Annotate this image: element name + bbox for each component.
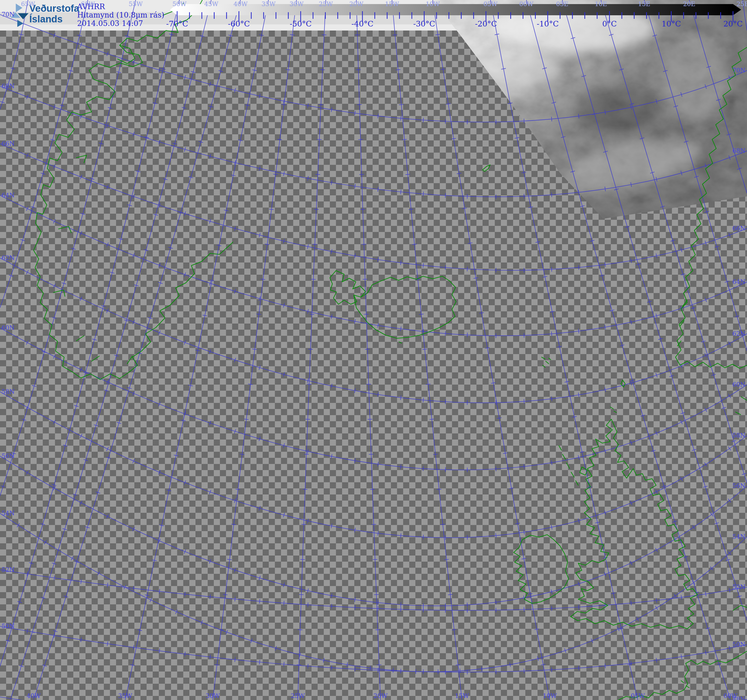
meridian-tick bbox=[215, 665, 219, 665]
parallel-tick bbox=[159, 649, 160, 653]
parallel-tick bbox=[705, 408, 707, 412]
parallel-tick bbox=[26, 471, 29, 474]
logo-triangle-bottom bbox=[17, 20, 23, 27]
parallel-tick bbox=[259, 599, 260, 603]
parallel-tick bbox=[235, 597, 236, 601]
parallel-tick bbox=[26, 207, 29, 211]
colorbar-tick-label: -30°C bbox=[413, 19, 435, 28]
longitude-label-top: 40W bbox=[233, 0, 247, 8]
meridian-line bbox=[33, 0, 240, 700]
meridian-tick bbox=[367, 419, 372, 419]
parallel-tick bbox=[401, 116, 401, 121]
parallel-tick bbox=[680, 420, 682, 424]
meridian-tick bbox=[273, 174, 278, 175]
colorbar-tick-label: 20°C bbox=[723, 19, 742, 28]
parallel-tick bbox=[17, 523, 20, 527]
longitude-label-bottom: 35W bbox=[118, 692, 132, 700]
parallel-tick bbox=[98, 571, 100, 575]
meridian-tick bbox=[429, 419, 434, 419]
meridian-tick bbox=[522, 558, 526, 559]
meridian-tick bbox=[282, 104, 286, 105]
parallel-tick bbox=[655, 606, 658, 610]
meridian-tick bbox=[362, 244, 366, 244]
parallel-tick bbox=[656, 490, 658, 494]
satellite-swath bbox=[0, 0, 747, 234]
meridian-tick bbox=[299, 594, 304, 595]
meridian-tick bbox=[491, 383, 496, 383]
title-datetime: 2014.05.03 14:07 bbox=[77, 19, 165, 28]
coast-ireland bbox=[514, 535, 569, 603]
parallel-tick bbox=[423, 535, 423, 540]
parallel-tick bbox=[524, 399, 524, 404]
parallel-tick bbox=[53, 420, 56, 424]
meridian-line bbox=[298, 0, 326, 700]
parallel-tick bbox=[133, 645, 134, 650]
meridian-tick bbox=[474, 278, 478, 279]
parallel-tick bbox=[81, 579, 81, 584]
parallel-tick bbox=[656, 598, 657, 603]
meridian-tick bbox=[509, 488, 514, 489]
parallel-line bbox=[0, 328, 747, 470]
latitude-label-right: 54N bbox=[732, 533, 745, 540]
parallel-line bbox=[0, 626, 747, 672]
latitude-label-left: 56N bbox=[2, 453, 15, 460]
parallel-tick bbox=[401, 465, 401, 469]
meridian-tick bbox=[252, 349, 257, 350]
longitude-label-top: 55W bbox=[129, 0, 142, 8]
meridian-tick bbox=[358, 139, 363, 140]
parallel-tick bbox=[460, 668, 460, 673]
meridian-tick bbox=[435, 34, 440, 35]
longitude-label-bottom: 00W bbox=[723, 692, 737, 700]
meridian-tick bbox=[437, 489, 442, 490]
parallel-tick bbox=[284, 601, 284, 605]
parallel-tick bbox=[482, 667, 482, 671]
meridian-tick bbox=[261, 279, 265, 279]
parallel-tick bbox=[355, 528, 355, 533]
parallel-tick bbox=[423, 603, 423, 608]
meridian-tick bbox=[302, 524, 306, 525]
brand-line1: Veðurstofa bbox=[29, 3, 79, 14]
parallel-tick bbox=[637, 617, 639, 621]
parallel-tick bbox=[355, 459, 355, 463]
parallel-tick bbox=[423, 398, 423, 403]
parallel-tick bbox=[80, 434, 82, 438]
parallel-tick bbox=[80, 501, 82, 505]
parallel-tick bbox=[347, 662, 348, 667]
meridian-tick bbox=[316, 174, 320, 175]
title-product: Hitamynd (10.8µm rás) bbox=[77, 11, 165, 19]
longitude-label-top: 25E bbox=[736, 0, 747, 8]
meridian-tick bbox=[405, 174, 410, 175]
meridian-tick bbox=[277, 139, 282, 140]
parallel-line bbox=[0, 258, 747, 403]
parallel-tick bbox=[551, 460, 552, 465]
parallel-tick bbox=[579, 329, 579, 333]
meridian-line bbox=[0, 0, 180, 667]
parallel-tick bbox=[445, 467, 446, 472]
longitude-label-bottom: 10W bbox=[543, 692, 556, 700]
parallel-tick bbox=[467, 267, 467, 272]
parallel-tick bbox=[80, 368, 82, 372]
parallel-tick bbox=[467, 603, 467, 607]
colorbar-tick-label: 10°C bbox=[661, 19, 681, 28]
parallel-tick bbox=[729, 341, 730, 345]
parallel-tick bbox=[355, 605, 355, 610]
latitude-label-left: 52N bbox=[2, 566, 15, 573]
parallel-tick bbox=[26, 270, 28, 274]
longitude-label-top: 35W bbox=[262, 0, 275, 8]
parallel-tick bbox=[705, 353, 706, 358]
longitude-label-top: 20E bbox=[683, 0, 695, 8]
meridian-tick bbox=[452, 138, 456, 139]
parallel-tick bbox=[106, 514, 109, 518]
parallel-tick bbox=[656, 658, 657, 662]
parallel-tick bbox=[728, 447, 731, 451]
parallel-tick bbox=[393, 668, 393, 673]
parallel-tick bbox=[510, 662, 511, 667]
parallel-tick bbox=[681, 595, 682, 600]
latitude-label-left: 68N bbox=[2, 83, 15, 90]
coast-faroe bbox=[541, 357, 551, 367]
parallel-tick bbox=[445, 265, 446, 270]
parallel-tick bbox=[53, 284, 56, 288]
brand-wordmark: Veðurstofa Íslands bbox=[29, 3, 79, 24]
colorbar-tick-label: -40°C bbox=[351, 19, 374, 28]
meridian-tick bbox=[223, 594, 228, 595]
